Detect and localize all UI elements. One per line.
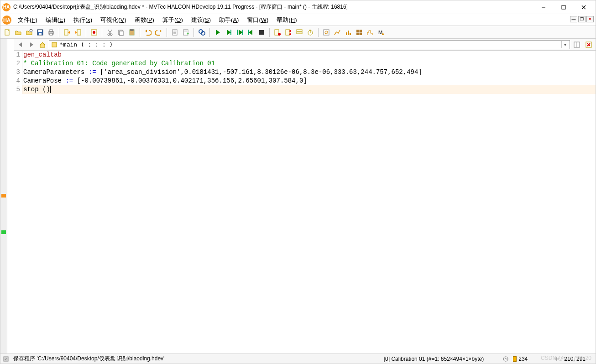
maximize-button[interactable] xyxy=(554,1,574,14)
zoom-region-icon[interactable] xyxy=(321,27,331,37)
svg-rect-13 xyxy=(64,30,68,35)
record-icon[interactable] xyxy=(89,27,99,37)
home-icon[interactable] xyxy=(38,40,47,49)
code-text[interactable]: CameraParameters := ['area_scan_division… xyxy=(22,68,596,77)
svg-rect-59 xyxy=(350,33,351,35)
save-icon[interactable] xyxy=(35,27,45,37)
svg-point-46 xyxy=(278,33,281,36)
code-text[interactable]: CameraPose := [-0.00739861,-0.00376331,0… xyxy=(22,77,596,85)
stop-icon[interactable] xyxy=(256,27,267,37)
menu-function[interactable]: 函数(P) xyxy=(131,15,158,26)
step-into-icon[interactable] xyxy=(235,27,245,37)
svg-point-19 xyxy=(108,34,110,36)
svg-rect-22 xyxy=(120,31,123,36)
code-line[interactable]: 4CameraPose := [-0.00739861,-0.00376331,… xyxy=(7,77,596,85)
svg-point-49 xyxy=(289,33,291,35)
print-icon[interactable] xyxy=(46,27,56,37)
svg-marker-37 xyxy=(227,30,231,35)
svg-rect-9 xyxy=(39,33,42,35)
code-text[interactable]: stop () xyxy=(22,85,596,94)
run-icon[interactable] xyxy=(213,27,223,37)
svg-text:M: M xyxy=(378,30,382,35)
toggle-split-icon[interactable] xyxy=(572,40,582,50)
svg-point-20 xyxy=(110,34,112,36)
status-info: [0] Calibration 01 (#=1: 652×494×1×byte) xyxy=(384,356,484,362)
app-icon-small: HA xyxy=(2,16,11,25)
code-editor[interactable]: 1gen_caltab2* Calibration 01: Code gener… xyxy=(7,51,596,354)
open-recent-icon[interactable] xyxy=(24,27,34,37)
copy-icon[interactable] xyxy=(116,27,126,37)
minimize-button[interactable] xyxy=(533,1,554,14)
undo-icon[interactable] xyxy=(143,27,153,37)
doc-icon[interactable] xyxy=(170,27,180,37)
mdi-close-button[interactable]: ✕ xyxy=(586,16,594,22)
bar-plot-icon[interactable] xyxy=(343,27,353,37)
svg-rect-12 xyxy=(50,33,52,35)
svg-rect-14 xyxy=(77,30,81,35)
svg-rect-24 xyxy=(131,29,133,31)
svg-text:+: + xyxy=(187,31,189,36)
svg-point-48 xyxy=(289,30,291,32)
menu-assist[interactable]: 助手(A) xyxy=(215,15,242,26)
match-icon[interactable]: M xyxy=(376,27,386,37)
line-plot-icon[interactable] xyxy=(332,27,342,37)
svg-rect-47 xyxy=(286,30,290,35)
menu-suggest[interactable]: 建议(S) xyxy=(188,15,214,26)
mdi-restore-button[interactable]: ❐ xyxy=(578,16,586,22)
code-line[interactable]: 2* Calibration 01: Code generated by Cal… xyxy=(7,59,596,68)
close-button[interactable] xyxy=(574,1,594,14)
clock-icon xyxy=(502,355,509,363)
histogram-icon[interactable] xyxy=(365,27,375,37)
svg-marker-65 xyxy=(19,42,22,47)
breakpoint-list-icon[interactable] xyxy=(283,27,293,37)
menu-operator[interactable]: 算子(O) xyxy=(159,15,187,26)
menu-execute[interactable]: 执行(x) xyxy=(70,15,96,26)
code-line[interactable]: 1gen_caltab xyxy=(7,51,596,59)
gutter-line-number: 1 xyxy=(7,51,22,59)
svg-rect-51 xyxy=(297,32,302,34)
menu-visualize[interactable]: 可视化(V) xyxy=(97,15,130,26)
menu-window[interactable]: 窗口(W) xyxy=(243,15,272,26)
paste-icon[interactable] xyxy=(127,27,137,37)
svg-point-16 xyxy=(93,31,95,34)
nav-forward-icon[interactable] xyxy=(27,40,36,49)
new-file-icon[interactable] xyxy=(2,27,12,37)
gutter-line-number: 3➔ xyxy=(7,68,22,77)
menu-edit[interactable]: 编辑(E) xyxy=(42,15,69,26)
svg-rect-57 xyxy=(346,32,347,35)
menu-help[interactable]: 帮助(H) xyxy=(273,15,300,26)
import-icon[interactable] xyxy=(73,27,83,37)
redo-icon[interactable] xyxy=(154,27,164,37)
code-text[interactable]: * Calibration 01: Code generated by Cali… xyxy=(22,59,596,68)
cut-icon[interactable] xyxy=(105,27,115,37)
book-icon xyxy=(51,42,58,48)
svg-marker-25 xyxy=(145,30,147,32)
menu-file[interactable]: 文件(F) xyxy=(14,15,41,26)
callstack-icon[interactable] xyxy=(294,27,304,37)
timer-icon[interactable] xyxy=(305,27,315,37)
step-out-icon[interactable] xyxy=(246,27,256,37)
step-over-icon[interactable] xyxy=(224,27,234,37)
code-text[interactable]: gen_caltab xyxy=(22,51,596,59)
code-line[interactable]: 5▶stop () xyxy=(7,85,596,94)
gutter-line-number: 4 xyxy=(7,77,22,85)
chevron-down-icon[interactable]: ▼ xyxy=(561,41,569,48)
breakpoint-add-icon[interactable] xyxy=(272,27,282,37)
dock-marker-green xyxy=(1,230,6,234)
code-line[interactable]: 3➔CameraParameters := ['area_scan_divisi… xyxy=(7,68,596,77)
close-editor-icon[interactable] xyxy=(584,40,594,50)
grid-plot-icon[interactable] xyxy=(354,27,364,37)
procedure-combo[interactable]: *main ( : : : ) ▼ xyxy=(49,40,570,49)
nav-back-icon[interactable] xyxy=(16,40,25,49)
svg-rect-55 xyxy=(324,30,329,35)
svg-rect-8 xyxy=(38,30,42,32)
app-icon: HA xyxy=(2,3,10,11)
mdi-minimize-button[interactable]: — xyxy=(570,16,577,22)
svg-marker-26 xyxy=(160,30,162,32)
procedure-combo-text: *main ( : : : ) xyxy=(59,41,113,48)
export-icon[interactable] xyxy=(62,27,72,37)
open-file-icon[interactable] xyxy=(13,27,23,37)
svg-marker-36 xyxy=(216,30,220,35)
find-icon[interactable] xyxy=(197,27,207,37)
doc-add-icon[interactable]: + xyxy=(181,27,191,37)
